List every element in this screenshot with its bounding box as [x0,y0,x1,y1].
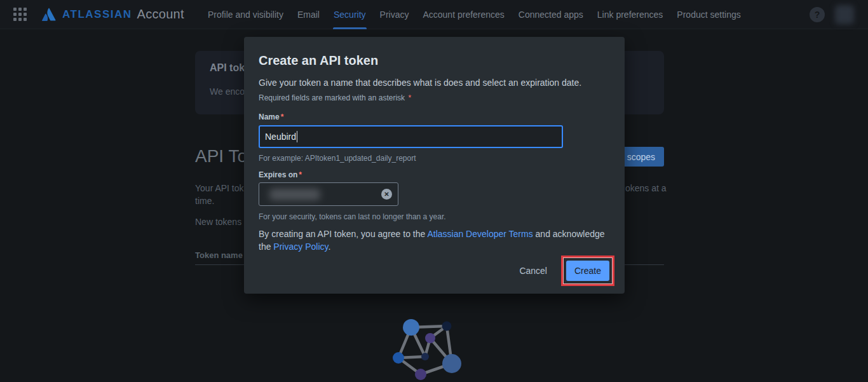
nav-item-connected-apps[interactable]: Connected apps [512,0,590,29]
topbar-right: ? [810,0,854,29]
name-field-label: Name* [259,113,283,121]
info-card-body: We enco [210,86,245,97]
token-name-column-header: Token name [195,250,243,260]
required-asterisk: * [408,93,411,102]
required-note-text: Required fields are marked with an aster… [259,93,405,102]
atlassian-logo-icon [41,8,57,22]
atlassian-logo[interactable]: ATLASSIAN Account [41,7,184,22]
clear-date-icon[interactable]: ✕ [381,189,392,200]
brand-name: ATLASSIAN [62,8,132,21]
text-caret [297,131,297,142]
required-fields-note: Required fields are marked with an aster… [259,93,411,102]
app-grid-icon [13,8,27,21]
expires-label-text: Expires on [259,170,297,179]
name-helper-text: For example: APItoken1_updated_daily_rep… [259,154,416,163]
expires-helper-text: For your security, tokens can last no lo… [259,212,446,221]
intro-text-line3: New tokens [195,217,241,227]
intro-text-line2: time. [195,196,214,206]
screen: ATLASSIAN Account Profile and visibility… [0,0,868,382]
modal-title: Create an API token [259,53,378,68]
name-label-text: Name [259,113,280,121]
annotation-highlight-box: Create [561,256,614,286]
modal-footer: Cancel Create [514,256,614,286]
node-purple-bottom [415,369,426,380]
nav-item-privacy[interactable]: Privacy [373,0,416,29]
nav-item-security[interactable]: Security [327,0,373,29]
modal-description: Give your token a name that describes wh… [259,78,581,88]
help-icon[interactable]: ? [810,7,825,22]
intro-text-line1: Your API tok [195,183,244,193]
nav-item-link-preferences[interactable]: Link preferences [590,0,670,29]
primary-nav: Profile and visibility Email Security Pr… [201,0,748,29]
name-input-value: Neubird [265,132,296,142]
create-button[interactable]: Create [566,261,609,281]
nav-item-email[interactable]: Email [290,0,327,29]
redacted-date-value [269,189,320,200]
brand-product: Account [137,7,184,22]
annotation-inner-box: Create [563,257,613,284]
privacy-policy-link[interactable]: Privacy Policy [273,242,328,252]
atlassian-developer-terms-link[interactable]: Atlassian Developer Terms [427,229,532,239]
create-api-token-modal: Create an API token Give your token a na… [244,37,625,294]
expires-field-label: Expires on* [259,170,302,179]
nav-item-account-preferences[interactable]: Account preferences [416,0,511,29]
expires-required-asterisk: * [299,170,302,179]
app-switcher-button[interactable] [8,4,32,25]
node-purple-center [425,333,435,343]
info-card-title: API tok [210,62,245,74]
intro-text-line1-right: okens at a [625,183,667,193]
network-graph-illustration [381,297,470,382]
terms-suffix: . [328,242,330,252]
avatar[interactable] [835,5,854,24]
cancel-button[interactable]: Cancel [514,262,552,280]
expires-date-input[interactable]: ✕ [259,182,398,206]
top-nav-bar: ATLASSIAN Account Profile and visibility… [0,0,868,29]
node-blue-top [403,319,419,336]
terms-paragraph: By creating an API token, you agree to t… [259,228,607,254]
node-blue-left [393,352,404,364]
node-navy-center [421,353,429,360]
node-navy-top-right [442,322,452,331]
node-steel-right [442,354,461,373]
nav-item-product-settings[interactable]: Product settings [670,0,747,29]
terms-prefix: By creating an API token, you agree to t… [259,229,427,239]
name-input[interactable]: Neubird [259,125,563,148]
nav-item-profile-and-visibility[interactable]: Profile and visibility [201,0,290,29]
name-required-asterisk: * [281,113,284,121]
